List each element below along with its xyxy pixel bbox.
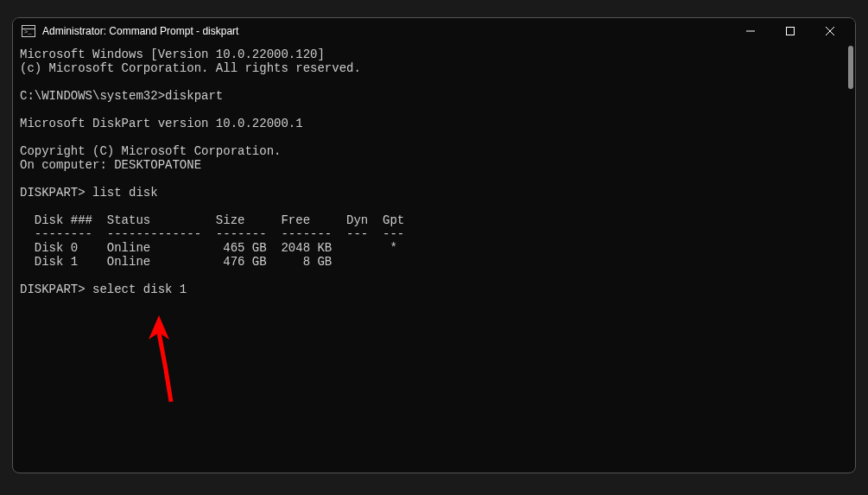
table-divider: -------- ------------- ------- ------- -… xyxy=(20,227,404,241)
svg-rect-1 xyxy=(787,28,795,35)
window-controls xyxy=(731,18,850,44)
table-header: Disk ### Status Size Free Dyn Gpt xyxy=(20,213,404,227)
output-line: Copyright (C) Microsoft Corporation. xyxy=(20,144,281,158)
output-line: (c) Microsoft Corporation. All rights re… xyxy=(20,61,361,75)
maximize-button[interactable] xyxy=(770,18,810,44)
output-line: On computer: DESKTOPATONE xyxy=(20,158,201,172)
table-row: Disk 0 Online 465 GB 2048 KB * xyxy=(20,241,397,255)
prompt-line: DISKPART> select disk 1 xyxy=(20,282,187,296)
scrollbar-thumb[interactable] xyxy=(848,46,853,89)
minimize-button[interactable] xyxy=(731,18,770,44)
window-title: Administrator: Command Prompt - diskpart xyxy=(42,25,731,37)
output-line: Microsoft DiskPart version 10.0.22000.1 xyxy=(20,117,303,130)
output-line: Microsoft Windows [Version 10.0.22000.12… xyxy=(20,48,325,61)
cmd-icon: >_ xyxy=(22,25,35,37)
close-button[interactable] xyxy=(810,18,850,44)
prompt-line: C:\WINDOWS\system32>diskpart xyxy=(20,89,223,103)
terminal-output[interactable]: Microsoft Windows [Version 10.0.22000.12… xyxy=(13,44,855,473)
titlebar[interactable]: >_ Administrator: Command Prompt - diskp… xyxy=(13,18,855,44)
table-row: Disk 1 Online 476 GB 8 GB xyxy=(20,255,332,269)
prompt-line: DISKPART> list disk xyxy=(20,186,158,200)
command-prompt-window: >_ Administrator: Command Prompt - diskp… xyxy=(12,17,856,473)
